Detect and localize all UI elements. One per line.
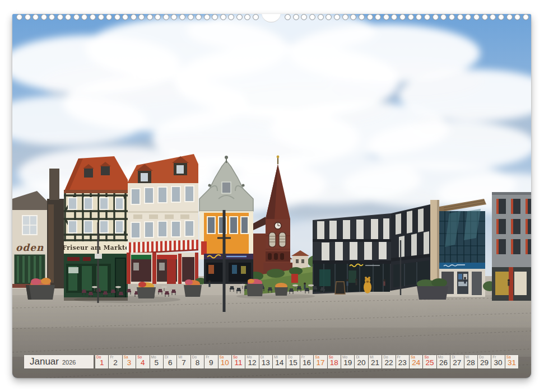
day-cell: Di27 [450,355,463,368]
binding-hole [457,14,463,20]
year-number: 2026 [62,359,76,366]
day-number: 8 [191,359,204,367]
month-name: Januar [30,355,59,368]
weekday-abbrev: Sa [411,356,415,360]
day-cell: Do15 [286,355,299,368]
day-number: 30 [491,359,504,367]
day-cell: Di20 [355,355,368,368]
day-number: 6 [164,359,176,367]
binding-hole [523,14,529,20]
binding-hole [244,14,250,20]
day-cell: Mi28 [464,355,477,368]
binding-hole [138,14,145,20]
day-number: 16 [300,359,313,367]
weekday-abbrev: So [233,356,238,360]
white-townhouse [127,154,206,284]
day-number: 31 [505,359,518,367]
calendar-sheet: oden [0,0,544,392]
binding-hole [204,14,210,20]
binding-hole [49,14,55,20]
weekday-abbrev: Fr [206,356,209,360]
day-number: 12 [245,359,258,367]
day-cell: Do1 [95,355,108,368]
weekday-abbrev: Di [452,356,455,360]
day-cell: Mi21 [369,355,382,368]
day-number: 21 [369,359,382,367]
day-number: 7 [177,359,190,367]
red-kiosk [291,274,298,283]
weekday-abbrev: Mo [342,356,347,360]
day-row: Do1Fr2Sa3So4Mo5Di6Mi7Do8Fr9Sa10So11Mo12D… [95,355,518,368]
calendar-strip: Januar 2026 Do1Fr2Sa3So4Mo5Di6Mi7Do8Fr9S… [12,354,531,369]
binding-hole [408,14,414,20]
day-number: 10 [218,359,231,367]
weekday-abbrev: Fr [110,356,113,360]
day-cell: Mo19 [341,355,354,368]
weekday-abbrev: Do [192,356,197,360]
left-shop-sign: oden [16,242,44,253]
day-number: 19 [341,359,354,367]
day-number: 14 [273,359,286,367]
binding-hole [220,14,226,20]
day-number: 29 [478,359,491,367]
binding-hole [399,14,406,20]
day-number: 13 [259,359,272,367]
chalkboard-sign [335,282,345,294]
binding-hole [98,14,104,20]
binding-hole [465,14,471,20]
day-number: 15 [286,359,299,367]
day-cell: Mi7 [177,355,190,368]
binding-hole [301,14,307,20]
day-cell: So11 [232,355,245,368]
day-cell: Sa17 [314,355,327,368]
binding-hole [490,14,496,20]
binding-hole [424,14,430,20]
binding-hole [253,14,259,20]
day-cell: So18 [328,355,341,368]
day-number: 3 [123,359,136,367]
binding-hole [342,14,348,20]
weekday-abbrev: Mi [466,356,469,360]
weekday-abbrev: Mo [151,356,156,360]
weekday-abbrev: Do [383,356,388,360]
weekday-abbrev: Di [356,356,359,360]
binding-hole [57,14,63,20]
weekday-abbrev: Mo [247,356,252,360]
binding-hole [32,14,39,20]
binding-hole [236,14,243,20]
day-cell: Di6 [164,355,176,368]
calendar-page: oden [12,14,531,378]
weekday-abbrev: Sa [315,356,319,360]
weekday-abbrev: Mo [438,356,443,360]
day-cell: Fr16 [300,355,313,368]
day-number: 9 [204,359,217,367]
weekday-abbrev: Do [479,356,483,360]
weekday-abbrev: Sa [220,356,224,360]
binding-hole [440,14,447,20]
day-cell: Sa24 [410,355,422,368]
day-number: 25 [423,359,436,367]
day-number: 27 [450,359,463,367]
day-cell: Mo26 [437,355,450,368]
binding-hole [359,14,365,20]
binding-hole [131,14,137,20]
binding-hole [147,14,153,20]
binding-hole [81,14,87,20]
weekday-abbrev: So [424,356,429,360]
weekday-abbrev: Sa [506,356,511,360]
binding-hole [433,14,439,20]
day-number: 28 [464,359,477,367]
day-cell: Fr2 [109,355,122,368]
day-number: 18 [328,359,341,367]
binding-hole [473,14,480,20]
binding-hole [171,14,177,20]
day-cell: Sa31 [505,355,518,368]
binding-hole [416,14,422,20]
half-timbered-house: Friseur am Markte [62,156,129,301]
day-cell: Sa10 [218,355,231,368]
day-number: 1 [95,359,108,367]
weekday-abbrev: Do [96,356,101,360]
day-cell: Di13 [259,355,272,368]
day-cell: Mo12 [245,355,258,368]
binding-hole [41,14,47,20]
